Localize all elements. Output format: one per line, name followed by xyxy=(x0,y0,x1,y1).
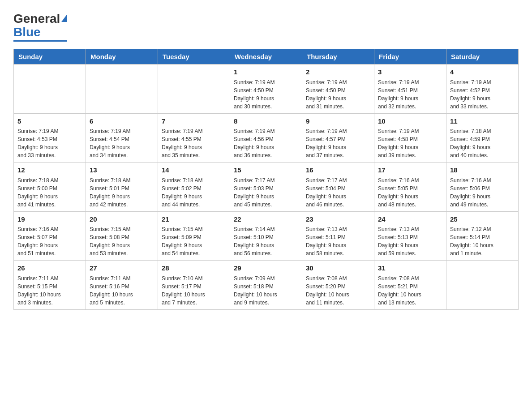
calendar-cell xyxy=(86,64,158,114)
day-number: 25 xyxy=(450,214,515,225)
calendar-cell: 29Sunrise: 7:09 AM Sunset: 5:18 PM Dayli… xyxy=(230,261,302,310)
day-info: Sunrise: 7:19 AM Sunset: 4:53 PM Dayligh… xyxy=(17,127,82,159)
calendar-cell: 9Sunrise: 7:19 AM Sunset: 4:57 PM Daylig… xyxy=(302,113,374,163)
calendar-cell: 15Sunrise: 7:17 AM Sunset: 5:03 PM Dayli… xyxy=(230,163,302,212)
day-number: 5 xyxy=(17,116,82,127)
header-day-wednesday: Wednesday xyxy=(230,49,302,64)
day-info: Sunrise: 7:16 AM Sunset: 5:07 PM Dayligh… xyxy=(17,225,82,257)
day-number: 2 xyxy=(306,67,370,77)
day-number: 3 xyxy=(378,67,442,77)
day-info: Sunrise: 7:19 AM Sunset: 4:58 PM Dayligh… xyxy=(378,127,442,159)
calendar-cell: 23Sunrise: 7:13 AM Sunset: 5:11 PM Dayli… xyxy=(302,211,374,261)
day-number: 10 xyxy=(378,116,442,127)
header-day-thursday: Thursday xyxy=(302,49,374,64)
day-info: Sunrise: 7:16 AM Sunset: 5:05 PM Dayligh… xyxy=(378,176,442,209)
day-number: 31 xyxy=(378,263,442,274)
calendar-cell: 28Sunrise: 7:10 AM Sunset: 5:17 PM Dayli… xyxy=(158,261,230,310)
day-info: Sunrise: 7:19 AM Sunset: 4:50 PM Dayligh… xyxy=(234,78,298,111)
day-info: Sunrise: 7:15 AM Sunset: 5:08 PM Dayligh… xyxy=(90,225,154,257)
day-info: Sunrise: 7:18 AM Sunset: 5:00 PM Dayligh… xyxy=(17,176,82,209)
day-number: 13 xyxy=(90,165,154,176)
calendar-cell: 31Sunrise: 7:08 AM Sunset: 5:21 PM Dayli… xyxy=(374,261,446,310)
day-number: 12 xyxy=(17,165,82,176)
day-number: 7 xyxy=(162,116,226,127)
day-number: 18 xyxy=(450,165,515,176)
week-row-5: 26Sunrise: 7:11 AM Sunset: 5:15 PM Dayli… xyxy=(14,261,519,310)
day-number: 23 xyxy=(306,214,370,225)
day-info: Sunrise: 7:19 AM Sunset: 4:50 PM Dayligh… xyxy=(306,78,370,111)
day-info: Sunrise: 7:10 AM Sunset: 5:17 PM Dayligh… xyxy=(162,274,226,307)
day-number: 24 xyxy=(378,214,442,225)
calendar-cell: 2Sunrise: 7:19 AM Sunset: 4:50 PM Daylig… xyxy=(302,64,374,114)
calendar-cell: 12Sunrise: 7:18 AM Sunset: 5:00 PM Dayli… xyxy=(14,163,86,212)
day-info: Sunrise: 7:19 AM Sunset: 4:55 PM Dayligh… xyxy=(162,127,226,159)
header-day-tuesday: Tuesday xyxy=(158,49,230,64)
day-info: Sunrise: 7:17 AM Sunset: 5:03 PM Dayligh… xyxy=(234,176,298,209)
calendar-cell: 5Sunrise: 7:19 AM Sunset: 4:53 PM Daylig… xyxy=(14,113,86,163)
calendar-table: SundayMondayTuesdayWednesdayThursdayFrid… xyxy=(13,49,519,310)
day-number: 14 xyxy=(162,165,226,176)
calendar-cell: 17Sunrise: 7:16 AM Sunset: 5:05 PM Dayli… xyxy=(374,163,446,212)
day-number: 17 xyxy=(378,165,442,176)
logo-triangle-icon xyxy=(61,15,67,22)
logo-underline xyxy=(13,40,67,42)
day-info: Sunrise: 7:15 AM Sunset: 5:09 PM Dayligh… xyxy=(162,225,226,257)
day-info: Sunrise: 7:09 AM Sunset: 5:18 PM Dayligh… xyxy=(234,274,298,307)
header-day-saturday: Saturday xyxy=(446,49,519,64)
day-number: 26 xyxy=(17,263,82,274)
day-info: Sunrise: 7:11 AM Sunset: 5:16 PM Dayligh… xyxy=(90,274,154,307)
day-info: Sunrise: 7:11 AM Sunset: 5:15 PM Dayligh… xyxy=(17,274,82,307)
calendar-cell xyxy=(14,64,86,114)
calendar-cell: 16Sunrise: 7:17 AM Sunset: 5:04 PM Dayli… xyxy=(302,163,374,212)
calendar-cell: 25Sunrise: 7:12 AM Sunset: 5:14 PM Dayli… xyxy=(446,211,519,261)
week-row-3: 12Sunrise: 7:18 AM Sunset: 5:00 PM Dayli… xyxy=(14,163,519,212)
calendar-cell: 14Sunrise: 7:18 AM Sunset: 5:02 PM Dayli… xyxy=(158,163,230,212)
day-number: 30 xyxy=(306,263,370,274)
day-info: Sunrise: 7:13 AM Sunset: 5:13 PM Dayligh… xyxy=(378,225,442,257)
day-info: Sunrise: 7:19 AM Sunset: 4:56 PM Dayligh… xyxy=(234,127,298,159)
day-number: 9 xyxy=(306,116,370,127)
day-info: Sunrise: 7:19 AM Sunset: 4:52 PM Dayligh… xyxy=(450,78,515,111)
calendar-cell: 6Sunrise: 7:19 AM Sunset: 4:54 PM Daylig… xyxy=(86,113,158,163)
logo-general: General xyxy=(13,12,60,26)
calendar-cell: 7Sunrise: 7:19 AM Sunset: 4:55 PM Daylig… xyxy=(158,113,230,163)
calendar-cell: 24Sunrise: 7:13 AM Sunset: 5:13 PM Dayli… xyxy=(374,211,446,261)
day-number: 15 xyxy=(234,165,298,176)
day-info: Sunrise: 7:08 AM Sunset: 5:21 PM Dayligh… xyxy=(378,274,442,307)
calendar-cell: 21Sunrise: 7:15 AM Sunset: 5:09 PM Dayli… xyxy=(158,211,230,261)
calendar-cell xyxy=(446,261,519,310)
day-info: Sunrise: 7:14 AM Sunset: 5:10 PM Dayligh… xyxy=(234,225,298,257)
day-info: Sunrise: 7:19 AM Sunset: 4:54 PM Dayligh… xyxy=(90,127,154,159)
calendar-cell: 27Sunrise: 7:11 AM Sunset: 5:16 PM Dayli… xyxy=(86,261,158,310)
calendar-cell: 10Sunrise: 7:19 AM Sunset: 4:58 PM Dayli… xyxy=(374,113,446,163)
day-number: 27 xyxy=(90,263,154,274)
calendar-cell: 26Sunrise: 7:11 AM Sunset: 5:15 PM Dayli… xyxy=(14,261,86,310)
day-info: Sunrise: 7:17 AM Sunset: 5:04 PM Dayligh… xyxy=(306,176,370,209)
day-info: Sunrise: 7:18 AM Sunset: 5:01 PM Dayligh… xyxy=(90,176,154,209)
week-row-2: 5Sunrise: 7:19 AM Sunset: 4:53 PM Daylig… xyxy=(14,113,519,163)
day-number: 16 xyxy=(306,165,370,176)
day-number: 28 xyxy=(162,263,226,274)
day-info: Sunrise: 7:08 AM Sunset: 5:20 PM Dayligh… xyxy=(306,274,370,307)
day-number: 11 xyxy=(450,116,515,127)
header-row: SundayMondayTuesdayWednesdayThursdayFrid… xyxy=(14,49,519,64)
day-info: Sunrise: 7:18 AM Sunset: 4:59 PM Dayligh… xyxy=(450,127,515,159)
header-day-sunday: Sunday xyxy=(14,49,86,64)
day-info: Sunrise: 7:19 AM Sunset: 4:51 PM Dayligh… xyxy=(378,78,442,111)
day-number: 20 xyxy=(90,214,154,225)
header-day-monday: Monday xyxy=(86,49,158,64)
calendar-cell: 22Sunrise: 7:14 AM Sunset: 5:10 PM Dayli… xyxy=(230,211,302,261)
calendar-cell: 20Sunrise: 7:15 AM Sunset: 5:08 PM Dayli… xyxy=(86,211,158,261)
day-number: 8 xyxy=(234,116,298,127)
calendar-cell: 1Sunrise: 7:19 AM Sunset: 4:50 PM Daylig… xyxy=(230,64,302,114)
day-info: Sunrise: 7:12 AM Sunset: 5:14 PM Dayligh… xyxy=(450,225,515,257)
day-number: 19 xyxy=(17,214,82,225)
calendar-cell: 13Sunrise: 7:18 AM Sunset: 5:01 PM Dayli… xyxy=(86,163,158,212)
calendar-cell: 8Sunrise: 7:19 AM Sunset: 4:56 PM Daylig… xyxy=(230,113,302,163)
page-header: General Blue xyxy=(13,9,519,42)
week-row-1: 1Sunrise: 7:19 AM Sunset: 4:50 PM Daylig… xyxy=(14,64,519,114)
calendar-cell xyxy=(158,64,230,114)
logo: General Blue xyxy=(13,9,67,42)
day-number: 1 xyxy=(234,67,298,77)
calendar-cell: 4Sunrise: 7:19 AM Sunset: 4:52 PM Daylig… xyxy=(446,64,519,114)
